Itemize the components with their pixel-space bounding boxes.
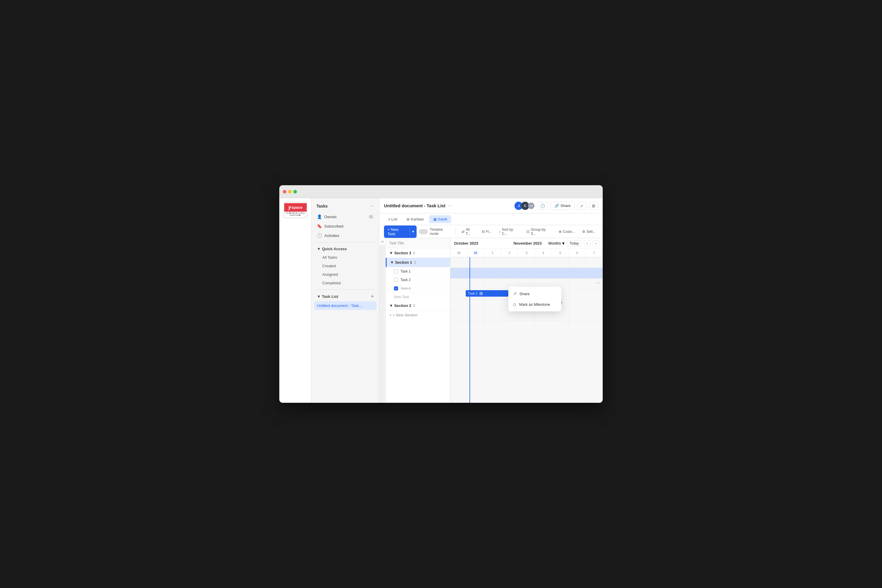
section2-row[interactable]: ▼ Section 2 0	[386, 301, 450, 310]
sidebar-item-untitled[interactable]: Untitled document - Task...	[314, 302, 376, 310]
month-nov: November 2023	[513, 241, 542, 246]
quick-access-section[interactable]: ▼ Quick Access	[314, 245, 376, 253]
gc-nt-4	[501, 310, 518, 321]
section1-label: Section 1	[395, 260, 412, 265]
month-row: October 2023 November 2023 Months ▾ Toda…	[450, 238, 603, 249]
expand-button[interactable]: ⤢	[578, 202, 586, 210]
filter-button[interactable]: ⊟ Fi...	[480, 228, 494, 235]
new-task-row[interactable]: New Task	[386, 293, 450, 301]
timeline-mode-label: Timeline mode	[430, 228, 452, 236]
main-layout: y space CHUYỂN ĐỔI SỐ VÀ TỐI ƯU DOANH NG…	[279, 198, 603, 403]
sidebar-item-activities[interactable]: 🕐 Activities	[314, 231, 376, 240]
add-task-list-icon[interactable]: +	[371, 294, 374, 299]
main-content: Untitled document - Task List ··· J C +1…	[379, 198, 603, 403]
title-bar	[279, 185, 603, 198]
timeline-toggle: Timeline mode	[419, 228, 452, 236]
user-icon: 👤	[317, 214, 322, 219]
sidebar-title: Tasks	[316, 204, 328, 208]
customize-icon: ⊕	[559, 230, 561, 234]
today-line	[470, 257, 470, 403]
sidebar-item-assigned[interactable]: Assigned	[314, 270, 376, 278]
avatars-group: J C +1	[514, 202, 534, 210]
prev-arrow[interactable]: ‹	[584, 240, 590, 247]
sidebar-divider-1	[316, 242, 374, 243]
month-selector[interactable]: Months ▾	[548, 240, 564, 246]
top-bar-right: J C +1 🕐 🔗 Share ⤢ ⊞	[514, 202, 598, 210]
customize-label: Custo...	[563, 230, 575, 234]
context-share-label: Share	[519, 292, 530, 296]
chevron-down-icon: ▾	[562, 240, 564, 246]
gc-s2-8	[569, 321, 586, 331]
settings-button[interactable]: ⚙ Sett...	[580, 228, 598, 235]
gc-t3-8	[569, 300, 586, 310]
customize-button[interactable]: ⊕ Custo...	[556, 228, 577, 235]
task-list-label: Task List	[322, 294, 338, 299]
task3-checkbox[interactable]: ✓	[394, 286, 398, 291]
context-mark-milestone[interactable]: ◇ Mark as Milestone	[508, 299, 561, 310]
sidebar-item-created[interactable]: Created	[314, 262, 376, 270]
traffic-lights	[283, 190, 297, 194]
split-button[interactable]: ⊞	[589, 202, 598, 210]
timeline-header: October 2023 November 2023 Months ▾ Toda…	[450, 238, 603, 257]
tab-kanban[interactable]: ⊞ Kanban	[402, 215, 428, 223]
gc-8	[569, 257, 586, 267]
section2-arrow: ▼	[389, 303, 393, 308]
all-tasks-filter[interactable]: ⇄ All T...	[459, 226, 477, 237]
new-section-row[interactable]: + + New Section	[386, 310, 450, 320]
minimize-button[interactable]	[288, 190, 292, 194]
context-share[interactable]: ↗ Share	[508, 288, 561, 299]
section1-row[interactable]: ▼ Section 1 3	[386, 258, 450, 267]
task1-arrow: →	[596, 280, 600, 285]
day-3: 3	[518, 249, 535, 257]
tab-list[interactable]: ≡ List	[384, 215, 401, 223]
new-task-button[interactable]: + New Task ▾	[384, 225, 417, 238]
gc-s2-4	[501, 321, 518, 331]
gantt-area: ‹‹ Task Title ▼ Section 3 0 ▼ Section 1 …	[379, 238, 603, 403]
today-button[interactable]: Today	[567, 240, 582, 247]
gc-7	[552, 257, 569, 267]
maximize-button[interactable]	[293, 190, 297, 194]
section1-count: 3	[414, 260, 416, 265]
task3-row[interactable]: ✓ Task 3	[386, 284, 450, 293]
app-window: y space CHUYỂN ĐỔI SỐ VÀ TỐI ƯU DOANH NG…	[279, 185, 603, 403]
settings-icon: ⚙	[582, 230, 585, 234]
section3-row[interactable]: ▼ Section 3 0	[386, 248, 450, 258]
timeline-mode-switch[interactable]	[419, 229, 428, 234]
task2-checkbox[interactable]	[394, 278, 398, 282]
quick-access-left: ▼ Quick Access	[317, 247, 347, 251]
tab-gantt[interactable]: ▦ Gantt	[429, 215, 451, 223]
sidebar-header: Tasks ···	[314, 202, 376, 210]
day-5: 5	[552, 249, 569, 257]
settings-label: Sett...	[586, 230, 596, 234]
group-button[interactable]: ⊡ Group by: S...	[524, 226, 554, 237]
history-button[interactable]: 🕐	[537, 202, 548, 210]
sort-icon: ↕	[499, 230, 501, 234]
day-7: 7	[586, 249, 603, 257]
day-6: 6	[569, 249, 586, 257]
task1-row[interactable]: Task 1	[386, 267, 450, 276]
next-arrow[interactable]: ›	[593, 240, 599, 247]
sidebar-item-all-tasks[interactable]: All Tasks	[314, 254, 376, 261]
sidebar-item-completed[interactable]: Completed	[314, 279, 376, 287]
gc-s2-7	[552, 321, 569, 331]
task-title-header: Task Title	[386, 238, 450, 248]
topbar-more-icon[interactable]: ···	[448, 203, 452, 208]
task1-checkbox[interactable]	[394, 269, 398, 273]
new-task-caret[interactable]: ▾	[410, 228, 417, 236]
day-2: 2	[501, 249, 518, 257]
sidebar-more-icon[interactable]: ···	[370, 204, 374, 209]
top-bar-left: Untitled document - Task List ···	[384, 203, 452, 208]
collapse-panel-button[interactable]: ‹‹	[379, 238, 386, 244]
context-menu: ↗ Share ◇ Mark as Milestone	[508, 286, 561, 311]
task2-row[interactable]: Task 2	[386, 276, 450, 284]
task2-bar[interactable]: Task 2 3	[466, 290, 508, 297]
sidebar-item-subscribed[interactable]: 🔖 Subscribed	[314, 222, 376, 231]
sidebar-item-owned[interactable]: 👤 Owned 1	[314, 212, 376, 221]
task-list-panel: Task Title ▼ Section 3 0 ▼ Section 1 3	[386, 238, 450, 403]
share-button[interactable]: 🔗 Share	[550, 202, 574, 210]
sort-button[interactable]: ↕ Sort by: C...	[496, 226, 522, 237]
task3-label: Task 3	[400, 286, 411, 291]
filter-all-icon: ⇄	[462, 230, 465, 234]
close-button[interactable]	[283, 190, 286, 194]
task-list-section[interactable]: ▼ Task List +	[314, 292, 376, 301]
